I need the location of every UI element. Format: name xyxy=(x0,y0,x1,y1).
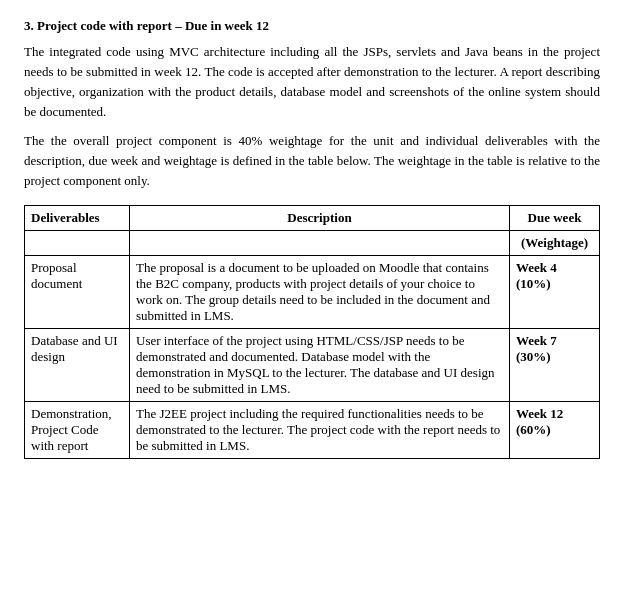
deliverables-cell-3: Demonstration, Project Code with report xyxy=(25,401,130,458)
weightage-1: (10%) xyxy=(516,276,551,291)
section-heading: 3. Project code with report – Due in wee… xyxy=(24,18,600,34)
section-title: Project code with report – Due in week 1… xyxy=(37,18,269,33)
week-label-1: Week 4 xyxy=(516,260,557,275)
table-weightage-header-row: (Weightage) xyxy=(25,230,600,255)
header-description-empty xyxy=(130,230,510,255)
table-row: Demonstration, Project Code with report … xyxy=(25,401,600,458)
header-weightage: (Weightage) xyxy=(510,230,600,255)
week-label-2: Week 7 xyxy=(516,333,557,348)
description-cell-3: The J2EE project including the required … xyxy=(130,401,510,458)
due-week-cell-1: Week 4 (10%) xyxy=(510,255,600,328)
weightage-3: (60%) xyxy=(516,422,551,437)
table-row: Proposal document The proposal is a docu… xyxy=(25,255,600,328)
header-due-week: Due week xyxy=(510,205,600,230)
table-wrapper: Deliverables Description Due week (Weigh… xyxy=(24,205,600,459)
paragraph-2: The the overall project component is 40%… xyxy=(24,131,600,191)
table-row: Database and UI design User interface of… xyxy=(25,328,600,401)
deliverables-cell-1: Proposal document xyxy=(25,255,130,328)
weightage-2: (30%) xyxy=(516,349,551,364)
section-number: 3. xyxy=(24,18,34,33)
section-container: 3. Project code with report – Due in wee… xyxy=(24,18,600,459)
header-deliverables-empty xyxy=(25,230,130,255)
week-label-3: Week 12 xyxy=(516,406,563,421)
description-cell-1: The proposal is a document to be uploade… xyxy=(130,255,510,328)
header-description: Description xyxy=(130,205,510,230)
table-header-row: Deliverables Description Due week xyxy=(25,205,600,230)
header-deliverables: Deliverables xyxy=(25,205,130,230)
deliverables-table: Deliverables Description Due week (Weigh… xyxy=(24,205,600,459)
due-week-cell-3: Week 12 (60%) xyxy=(510,401,600,458)
due-week-cell-2: Week 7 (30%) xyxy=(510,328,600,401)
description-cell-2: User interface of the project using HTML… xyxy=(130,328,510,401)
paragraph-1: The integrated code using MVC architectu… xyxy=(24,42,600,123)
deliverables-cell-2: Database and UI design xyxy=(25,328,130,401)
